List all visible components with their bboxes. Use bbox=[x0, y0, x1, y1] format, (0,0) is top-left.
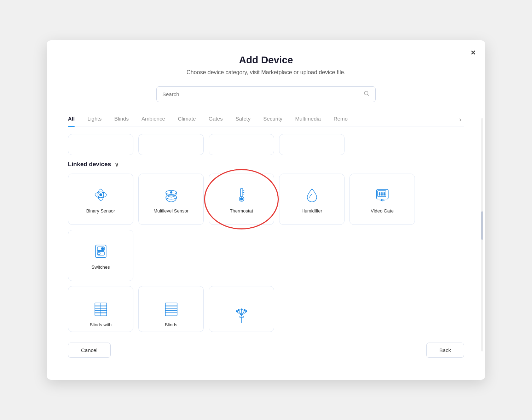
search-icon bbox=[363, 90, 370, 98]
switches-label: Switches bbox=[91, 264, 110, 270]
blinds-icon bbox=[161, 299, 182, 320]
binary-sensor-label: Binary Sensor bbox=[86, 208, 115, 214]
thermostat-icon bbox=[231, 184, 252, 205]
humidifier-label: Humidifier bbox=[301, 208, 322, 214]
partial-card-2 bbox=[138, 134, 204, 155]
blinds-label: Blinds bbox=[165, 322, 177, 328]
tab-security[interactable]: Security bbox=[257, 113, 289, 127]
svg-point-22 bbox=[382, 194, 383, 196]
add-device-modal: × Add Device Choose device category, vis… bbox=[47, 40, 485, 380]
modal-title: Add Device bbox=[68, 54, 464, 66]
search-container bbox=[68, 86, 464, 102]
partial-cards-row bbox=[68, 134, 464, 155]
bottom-partial-row: Blinds with Blinds bbox=[68, 286, 464, 332]
binary-sensor-icon bbox=[90, 184, 111, 205]
tab-gates[interactable]: Gates bbox=[202, 113, 229, 127]
partial-card-4 bbox=[279, 134, 345, 155]
tab-multimedia[interactable]: Multimedia bbox=[289, 113, 327, 127]
close-button[interactable]: × bbox=[471, 49, 475, 57]
tab-safety[interactable]: Safety bbox=[229, 113, 257, 127]
multilevel-sensor-label: Multilevel Sensor bbox=[154, 208, 189, 214]
svg-line-1 bbox=[368, 94, 369, 96]
svg-line-47 bbox=[238, 311, 241, 315]
modal-subtitle: Choose device category, visit Marketplac… bbox=[68, 69, 464, 76]
device-card-humidifier[interactable]: Humidifier bbox=[279, 174, 345, 225]
svg-point-29 bbox=[98, 252, 100, 255]
search-input[interactable] bbox=[162, 91, 363, 97]
tab-remo[interactable]: Remo bbox=[327, 113, 354, 127]
device-card-blinds-with[interactable]: Blinds with bbox=[68, 286, 133, 332]
device-card-switches[interactable]: Switches bbox=[68, 230, 133, 281]
device-card-video-gate[interactable]: Video Gate bbox=[349, 174, 415, 225]
svg-point-3 bbox=[99, 194, 102, 196]
tabs-scroll-right-icon[interactable]: › bbox=[456, 113, 464, 126]
svg-point-55 bbox=[245, 310, 247, 312]
svg-point-52 bbox=[238, 309, 239, 311]
device-card-binary-sensor[interactable]: Binary Sensor bbox=[68, 174, 133, 225]
linked-devices-section: Linked devices ∨ bbox=[68, 161, 464, 168]
svg-rect-7 bbox=[240, 188, 243, 197]
svg-point-9 bbox=[240, 198, 243, 200]
svg-line-46 bbox=[237, 312, 241, 315]
device-card-blinds[interactable]: Blinds bbox=[138, 286, 204, 332]
svg-point-18 bbox=[379, 194, 380, 196]
device-card-sprinkle[interactable] bbox=[209, 286, 274, 332]
blinds-with-icon bbox=[90, 299, 111, 320]
scrollbar-thumb[interactable] bbox=[481, 211, 483, 240]
scrollbar[interactable] bbox=[481, 118, 483, 351]
tab-all[interactable]: All bbox=[68, 113, 81, 127]
svg-line-50 bbox=[242, 312, 246, 315]
svg-line-49 bbox=[242, 311, 244, 315]
search-box bbox=[156, 86, 376, 102]
sprinkle-icon bbox=[231, 305, 252, 326]
blinds-with-label: Blinds with bbox=[89, 322, 111, 328]
partial-card-1 bbox=[68, 134, 133, 155]
cancel-button[interactable]: Cancel bbox=[68, 343, 111, 358]
linked-devices-label: Linked devices bbox=[68, 161, 111, 168]
tab-climate[interactable]: Climate bbox=[172, 113, 202, 127]
footer-row: Cancel Back bbox=[68, 343, 464, 358]
svg-point-17 bbox=[379, 193, 380, 194]
svg-point-54 bbox=[244, 309, 245, 311]
video-gate-label: Video Gate bbox=[371, 208, 394, 214]
partial-card-3 bbox=[209, 134, 274, 155]
thermostat-label: Thermostat bbox=[230, 208, 253, 214]
svg-point-21 bbox=[382, 193, 383, 194]
svg-point-24 bbox=[384, 194, 385, 196]
device-card-multilevel-sensor[interactable]: Multilevel Sensor bbox=[138, 174, 204, 225]
video-gate-icon bbox=[372, 184, 393, 205]
multilevel-sensor-icon bbox=[161, 184, 182, 205]
device-cards-grid: Binary Sensor Multilevel Sensor bbox=[68, 174, 464, 281]
tab-lights[interactable]: Lights bbox=[81, 113, 108, 127]
tabs-row: All Lights Blinds Ambience Climate Gates… bbox=[68, 113, 464, 127]
tab-ambience[interactable]: Ambience bbox=[135, 113, 172, 127]
svg-point-6 bbox=[170, 192, 172, 193]
svg-point-23 bbox=[384, 193, 385, 194]
humidifier-icon bbox=[301, 184, 323, 205]
svg-point-19 bbox=[381, 193, 382, 194]
back-button[interactable]: Back bbox=[426, 343, 464, 358]
switches-icon bbox=[90, 240, 111, 262]
linked-devices-chevron-icon[interactable]: ∨ bbox=[115, 161, 119, 168]
svg-point-27 bbox=[101, 247, 104, 250]
svg-rect-38 bbox=[165, 303, 177, 316]
svg-point-20 bbox=[381, 194, 382, 196]
tab-blinds[interactable]: Blinds bbox=[108, 113, 135, 127]
svg-point-53 bbox=[241, 309, 242, 310]
svg-point-51 bbox=[236, 310, 237, 312]
device-card-thermostat[interactable]: Thermostat bbox=[209, 174, 274, 225]
